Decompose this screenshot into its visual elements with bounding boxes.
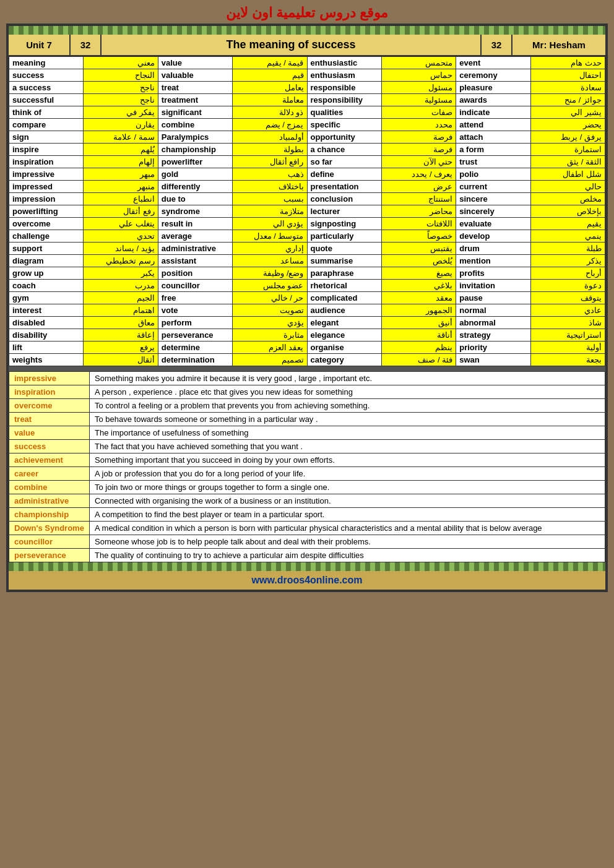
vocab-cell: treatment <box>158 94 232 106</box>
vocab-cell: awards <box>456 94 530 106</box>
vocab-cell: اهتمام <box>84 304 158 317</box>
vocab-cell: إعاقة <box>84 329 158 342</box>
vocab-cell: ناجح <box>84 94 158 106</box>
vocab-cell: position <box>158 267 232 280</box>
vocab-cell: رفع أثقال <box>84 205 158 218</box>
vocab-cell: profits <box>456 267 530 280</box>
vocab-cell: compare <box>9 119 84 131</box>
vocab-cell: معني <box>84 57 158 69</box>
vocab-cell: gold <box>158 168 232 181</box>
vocab-cell: يرفق / يربط <box>530 131 605 144</box>
vocab-cell: أولية <box>530 342 605 354</box>
definition-row: impressiveSomething makes you admire it … <box>9 372 605 385</box>
vocab-cell: عرض <box>381 181 456 193</box>
vocab-cell: ذو دلالة <box>233 106 307 119</box>
vocab-cell: أرباح <box>530 267 605 280</box>
definition-word: value <box>9 426 90 440</box>
vocab-cell: a success <box>9 82 84 94</box>
vocab-cell: perseverance <box>158 329 232 342</box>
vocab-cell: elegant <box>307 317 381 329</box>
vocab-cell: معقد <box>381 292 456 304</box>
table-row: disabilityإعاقةperseveranceمثابرةeleganc… <box>9 329 605 342</box>
vocab-cell: يعقد العزم <box>233 342 307 354</box>
vocab-cell: complicated <box>307 292 381 304</box>
vocab-cell: powerlifting <box>9 205 84 218</box>
vocab-cell: determination <box>158 354 232 366</box>
vocab-cell: استراتيجية <box>530 329 605 342</box>
vocab-cell: طبلة <box>530 243 605 255</box>
vocab-cell: powerlifter <box>158 156 232 168</box>
vocab-cell: invitation <box>456 280 530 292</box>
vocab-cell: opportunity <box>307 131 381 144</box>
table-row: inspirationإلهامpowerlifterرافع أثقالso … <box>9 156 605 168</box>
definition-word: career <box>9 467 90 481</box>
definition-row: combineTo join two or more things or gro… <box>9 481 605 494</box>
unit-label: Unit 7 <box>9 35 71 55</box>
vocab-cell: يُلخص <box>381 255 456 267</box>
vocab-cell: interest <box>9 304 84 317</box>
header-title: The meaning of success <box>102 35 482 55</box>
vocab-cell: أولمبياد <box>233 131 307 144</box>
vocab-cell: overcome <box>9 218 84 230</box>
vocab-cell: يعرف / يحدد <box>381 168 456 181</box>
vocab-cell: impression <box>9 193 84 205</box>
vocab-cell: يشير الي <box>530 106 605 119</box>
vocab-cell: عادي <box>530 304 605 317</box>
vocab-cell: specific <box>307 119 381 131</box>
vocab-cell: grow up <box>9 267 84 280</box>
vocab-cell: الجمهور <box>381 304 456 317</box>
table-row: successالنجاحvaluableقيمenthusiasmحماسce… <box>9 69 605 82</box>
vocab-cell: diagram <box>9 255 84 267</box>
vocab-cell: تحدي <box>84 230 158 243</box>
vocab-cell: الجيم <box>84 292 158 304</box>
table-row: overcomeيتغلب عليresult inيؤدي اليsignpo… <box>9 218 605 230</box>
vocab-cell: inspiration <box>9 156 84 168</box>
vocab-cell: strategy <box>456 329 530 342</box>
table-row: impressiveمبهرgoldذهبdefineيعرف / يحددpo… <box>9 168 605 181</box>
vocab-cell: يمزج / يضم <box>233 119 307 131</box>
definition-row: treatTo behave towards someone or someth… <box>9 413 605 426</box>
definition-text: Something makes you admire it because it… <box>90 372 605 385</box>
vocab-cell: combine <box>158 119 232 131</box>
table-row: successfulناجحtreatmentمعاملةresponsibil… <box>9 94 605 106</box>
definition-row: perseveranceThe quality of continuing to… <box>9 549 605 562</box>
vocab-cell: coach <box>9 280 84 292</box>
table-row: powerliftingرفع أثقالsyndromeمتلازمةlect… <box>9 205 605 218</box>
vocab-cell: عضو مجلس <box>233 280 307 292</box>
definition-row: successThe fact that you have achieved s… <box>9 440 605 453</box>
vocab-cell: free <box>158 292 232 304</box>
vocab-cell: ذهب <box>233 168 307 181</box>
vocab-cell: elegance <box>307 329 381 342</box>
vocab-cell: lift <box>9 342 84 354</box>
table-row: inspireيُلهمchampionshipبطولةa chanceفرص… <box>9 144 605 156</box>
vocab-cell: أناقة <box>381 329 456 342</box>
table-row: gymالجيمfreeحر / خاليcomplicatedمعقدpaus… <box>9 292 605 304</box>
vocab-cell: دعوة <box>530 280 605 292</box>
definition-row: careerA job or profession that you do fo… <box>9 467 605 481</box>
vocab-cell: abnormal <box>456 317 530 329</box>
table-row: liftيرفعdetermineيعقد العزمorganiseينظمp… <box>9 342 605 354</box>
definition-text: To control a feeling or a problem that p… <box>90 399 605 413</box>
vocab-cell: معاملة <box>233 94 307 106</box>
table-row: impressionانطباعdue toبسببconclusionاستن… <box>9 193 605 205</box>
vocab-cell: الثقة / يثق <box>530 156 605 168</box>
vocab-cell: إداري <box>233 243 307 255</box>
vocab-cell: يؤدي <box>233 317 307 329</box>
vocab-cell: mention <box>456 255 530 267</box>
definition-word: treat <box>9 413 90 426</box>
vocab-cell: quote <box>307 243 381 255</box>
vocab-cell: significant <box>158 106 232 119</box>
vocab-cell: vote <box>158 304 232 317</box>
vocab-cell: qualities <box>307 106 381 119</box>
vocab-cell: signposting <box>307 218 381 230</box>
vocab-cell: summarise <box>307 255 381 267</box>
table-row: signسمة / علامةParalympicsأولمبيادopport… <box>9 131 605 144</box>
vocab-cell: يعامل <box>233 82 307 94</box>
vocab-cell: impressive <box>9 168 84 181</box>
vocab-cell: يقتبس <box>381 243 456 255</box>
vocab-cell: مبهر <box>84 168 158 181</box>
vocab-cell: النجاح <box>84 69 158 82</box>
vocab-cell: احتفال <box>530 69 605 82</box>
vocab-cell: خصوصاً <box>381 230 456 243</box>
vocab-cell: value <box>158 57 232 69</box>
